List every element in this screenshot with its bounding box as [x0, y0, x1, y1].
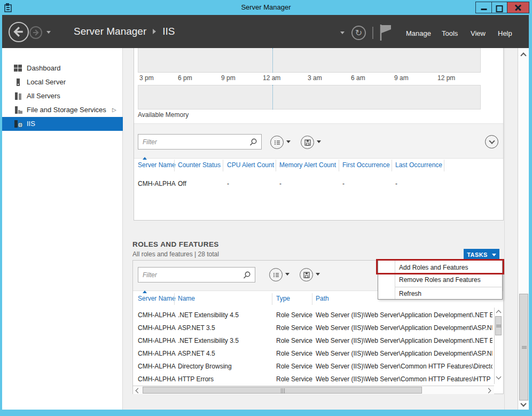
- time-tick: 12 am: [263, 74, 280, 82]
- column-header[interactable]: Server Name: [138, 295, 176, 302]
- list-icon: [273, 272, 279, 278]
- list-icon: [274, 140, 280, 145]
- scrollbar-thumb[interactable]: [495, 316, 502, 335]
- menu-help[interactable]: Help: [498, 29, 512, 37]
- server-manager-window: Server Manager Server ManagerIIS ↻ Manag…: [0, 0, 532, 416]
- time-tick: 6 pm: [178, 74, 192, 82]
- refresh-button[interactable]: ↻: [351, 26, 366, 40]
- table-row[interactable]: CMH-ALPHA HTTP Errors Role Service Web S…: [0, 373, 532, 386]
- table-horizontal-scrollbar[interactable]: [133, 386, 494, 394]
- expand-arrow-icon[interactable]: ▷: [112, 103, 116, 117]
- forward-arrow-icon: [30, 27, 41, 38]
- sort-ascending-icon: [143, 157, 147, 160]
- breadcrumb-root[interactable]: Server Manager: [74, 26, 146, 37]
- chart-caption: Available Memory: [138, 111, 189, 119]
- filter-criteria-caret-icon[interactable]: [285, 273, 290, 276]
- save-query-caret-icon[interactable]: [317, 140, 321, 143]
- back-button[interactable]: [9, 22, 29, 42]
- maximize-icon: [496, 5, 503, 12]
- tasks-caret-icon: [492, 254, 496, 256]
- sidebar-item-local-server[interactable]: Local Server: [2, 75, 123, 89]
- search-icon: [249, 138, 257, 146]
- filter-criteria-button[interactable]: [269, 268, 283, 281]
- sidebar-item-iis[interactable]: IIS: [2, 117, 123, 131]
- section-subtitle: All roles and features | 28 total: [132, 250, 219, 258]
- sidebar-item-dashboard[interactable]: Dashboard: [2, 61, 123, 75]
- scroll-left-icon[interactable]: [136, 388, 141, 394]
- minimize-icon: [481, 9, 487, 10]
- time-tick: 9 pm: [221, 74, 236, 82]
- table-row[interactable]: CMH-ALPHA .NET Extensibility 3.5 Role Se…: [0, 334, 532, 347]
- filter-criteria-caret-icon[interactable]: [286, 140, 291, 143]
- disk-icon: [303, 272, 310, 278]
- minimize-button[interactable]: [475, 2, 492, 13]
- annotation-highlight: [376, 259, 504, 274]
- nav-divider: [372, 27, 373, 39]
- menu-view[interactable]: View: [471, 29, 486, 37]
- filter-criteria-button[interactable]: [270, 136, 284, 149]
- scroll-down-icon[interactable]: [520, 401, 526, 406]
- section-title: ROLES AND FEATURES: [132, 240, 219, 248]
- breadcrumb-dropdown-caret-icon[interactable]: [340, 32, 345, 34]
- time-tick: 3 pm: [139, 74, 154, 82]
- breadcrumb-separator-icon: [153, 29, 156, 34]
- table-row[interactable]: CMH-ALPHA Off - - - -: [0, 177, 532, 190]
- forward-button[interactable]: [29, 26, 42, 39]
- chart-cursor-line: [272, 85, 273, 109]
- menu-item-refresh[interactable]: Refresh: [378, 288, 502, 300]
- column-header[interactable]: First Occurrence: [342, 161, 390, 169]
- close-button[interactable]: [507, 2, 529, 13]
- back-arrow-icon: [10, 23, 27, 41]
- scroll-right-icon[interactable]: [486, 388, 491, 394]
- nav-history-caret-icon[interactable]: [46, 31, 51, 34]
- maximize-button[interactable]: [491, 2, 507, 13]
- scroll-up-icon[interactable]: [496, 310, 502, 316]
- window-title: Server Manager: [0, 3, 532, 11]
- notification-flag-icon[interactable]: [379, 23, 393, 42]
- roles-filter-input[interactable]: [138, 267, 255, 282]
- table-row[interactable]: CMH-ALPHA ASP.NET 4.5 Role Service Web S…: [0, 347, 532, 360]
- column-header[interactable]: Memory Alert Count: [279, 161, 336, 169]
- iis-icon: [14, 120, 24, 128]
- scrollbar-thumb[interactable]: [143, 387, 422, 394]
- column-header[interactable]: Server Name: [138, 161, 176, 169]
- table-row[interactable]: CMH-ALPHA .NET Extensibility 4.5 Role Se…: [0, 309, 532, 321]
- table-row[interactable]: CMH-ALPHA ASP.NET 3.5 Role Service Web S…: [0, 321, 532, 334]
- time-tick: 9 am: [394, 74, 409, 82]
- menu-item-remove-roles[interactable]: Remove Roles and Features: [378, 274, 502, 286]
- memory-chart-panel: [138, 85, 481, 109]
- column-header[interactable]: Last Occurrence: [395, 161, 442, 169]
- search-icon: [242, 271, 251, 279]
- time-tick: 6 am: [351, 74, 365, 82]
- collapse-section-button[interactable]: [485, 135, 498, 148]
- scrollbar-thumb[interactable]: [519, 294, 528, 401]
- menu-tools[interactable]: Tools: [442, 29, 458, 37]
- cpu-chart-panel: [138, 48, 481, 73]
- column-header[interactable]: Path: [316, 295, 329, 302]
- disk-icon: [304, 139, 311, 146]
- chart-cursor-line: [272, 48, 273, 73]
- breadcrumb-current: IIS: [162, 26, 175, 37]
- sidebar-item-all-servers[interactable]: All Servers: [2, 89, 123, 103]
- column-header[interactable]: Type: [276, 295, 290, 302]
- table-row[interactable]: CMH-ALPHA Directory Browsing Role Servic…: [0, 360, 532, 373]
- all-servers-icon: [14, 92, 22, 100]
- column-header[interactable]: Name: [178, 295, 195, 302]
- column-header[interactable]: CPU Alert Count: [227, 161, 274, 169]
- column-header[interactable]: Counter Status: [178, 161, 221, 169]
- dashboard-icon: [14, 65, 22, 72]
- save-query-caret-icon[interactable]: [316, 273, 320, 276]
- scroll-up-icon[interactable]: [520, 52, 526, 58]
- main-vertical-scrollbar[interactable]: [518, 48, 529, 410]
- save-query-button[interactable]: [300, 268, 313, 281]
- local-server-icon: [14, 79, 22, 86]
- save-query-button[interactable]: [301, 136, 314, 149]
- scroll-down-icon[interactable]: [496, 374, 502, 380]
- chevron-down-icon: [489, 138, 495, 144]
- menu-manage[interactable]: Manage: [406, 29, 431, 37]
- table-vertical-scrollbar[interactable]: [494, 308, 502, 384]
- sort-ascending-icon: [143, 291, 147, 293]
- performance-filter-input[interactable]: [138, 134, 262, 150]
- sidebar-item-file-storage-services[interactable]: File and Storage Services ▷: [2, 103, 123, 117]
- file-storage-icon: [14, 106, 22, 114]
